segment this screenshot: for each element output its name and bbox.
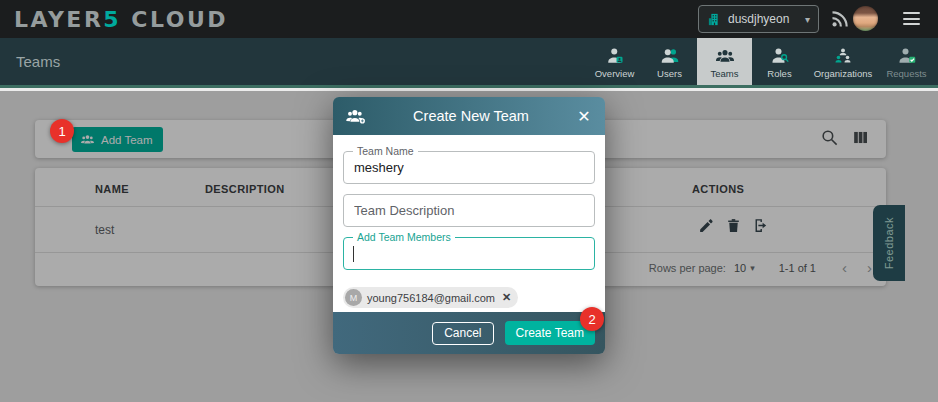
building-icon xyxy=(707,12,722,27)
person-search-icon xyxy=(770,47,790,65)
add-team-members-field[interactable]: Add Team Members xyxy=(343,237,595,270)
menu-icon[interactable] xyxy=(903,12,920,25)
person-badge-icon xyxy=(605,47,625,65)
cancel-button[interactable]: Cancel xyxy=(432,322,493,345)
top-app-bar: LAYER5 CLOUD dusdjhyeon ▾ xyxy=(0,0,938,38)
user-org-dropdown[interactable]: dusdjhyeon ▾ xyxy=(698,5,819,33)
teams-group-icon xyxy=(715,47,735,65)
team-name-field: Team Name xyxy=(343,151,595,184)
nav-tab-label: Requests xyxy=(886,68,926,79)
annotation-step-2-badge: 2 xyxy=(580,307,604,331)
nav-tab-label: Users xyxy=(657,68,682,79)
nav-tab-label: Roles xyxy=(767,68,791,79)
broadcast-icon[interactable] xyxy=(830,9,850,29)
team-description-field xyxy=(343,194,595,227)
user-avatar[interactable] xyxy=(853,6,878,31)
nav-tab-label: Overview xyxy=(595,68,635,79)
modal-header: Create New Team ✕ xyxy=(333,97,605,135)
annotation-step-1-badge: 1 xyxy=(50,119,74,143)
person-check-icon xyxy=(897,47,917,65)
create-team-modal: Create New Team ✕ Team Name Add Team Mem… xyxy=(333,97,605,354)
add-team-members-label: Add Team Members xyxy=(353,231,455,244)
modal-title: Create New Team xyxy=(367,108,575,124)
nav-tab-organizations[interactable]: Organizations xyxy=(807,38,879,85)
nav-tab-teams[interactable]: Teams xyxy=(697,38,752,85)
page-title: Teams xyxy=(16,53,60,70)
modal-body: Team Name Add Team Members M young756184… xyxy=(333,135,605,312)
page-nav-bar: Teams Overview Users xyxy=(0,38,938,88)
nav-tab-overview[interactable]: Overview xyxy=(587,38,642,85)
org-hierarchy-icon xyxy=(833,47,853,65)
modal-footer: Cancel Create Team xyxy=(333,312,605,354)
nav-tab-label: Organizations xyxy=(814,68,873,79)
logo-accent-5: 5 xyxy=(103,7,121,32)
logo-text: LAYER xyxy=(14,7,103,32)
team-description-input[interactable] xyxy=(344,195,594,226)
nav-tabs: Overview Users Teams xyxy=(587,38,934,85)
logo-text-cloud: CLOUD xyxy=(121,7,228,32)
chevron-down-icon: ▾ xyxy=(805,14,810,25)
chip-email-text: young756184@gmail.com xyxy=(367,292,495,304)
chip-remove-icon[interactable]: ✕ xyxy=(502,291,511,304)
layer5-cloud-logo[interactable]: LAYER5 CLOUD xyxy=(14,7,228,32)
close-icon[interactable]: ✕ xyxy=(575,107,593,126)
nav-tab-roles[interactable]: Roles xyxy=(752,38,807,85)
nav-tab-users[interactable]: Users xyxy=(642,38,697,85)
nav-tab-requests[interactable]: Requests xyxy=(879,38,934,85)
group-add-icon xyxy=(345,107,367,125)
chip-avatar: M xyxy=(345,289,362,306)
user-dropdown-label: dusdjhyeon xyxy=(728,12,805,26)
nav-tab-label: Teams xyxy=(711,68,739,79)
text-cursor xyxy=(353,246,354,262)
member-email-chip: M young756184@gmail.com ✕ xyxy=(343,287,518,308)
users-icon xyxy=(660,47,680,65)
team-name-label: Team Name xyxy=(353,145,418,158)
